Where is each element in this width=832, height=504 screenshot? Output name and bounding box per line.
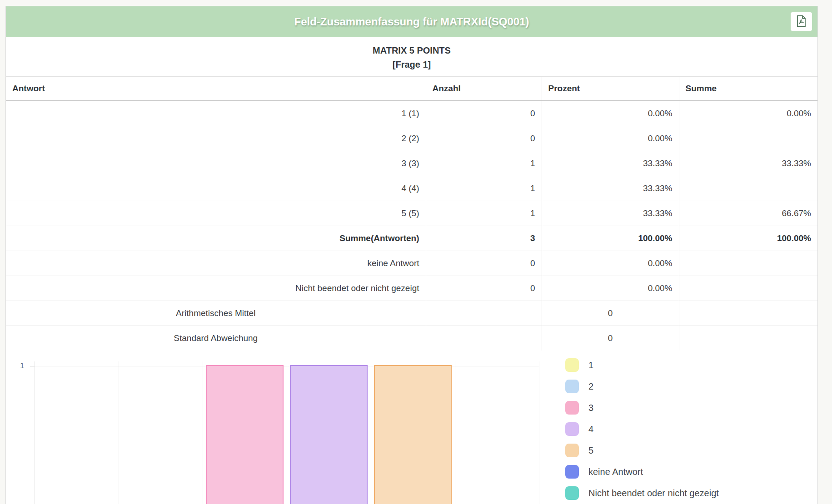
x-gridline bbox=[203, 361, 203, 504]
cell-prozent: 33.33% bbox=[542, 176, 679, 201]
answers-bar-chart: 1 12345keine AntwortNicht beendet oder n… bbox=[6, 351, 817, 504]
cell-anzahl: 1 bbox=[426, 176, 542, 201]
y-axis-tick-label: 1 bbox=[20, 361, 24, 371]
legend-swatch-icon bbox=[565, 486, 579, 500]
legend-swatch-icon bbox=[565, 380, 579, 393]
cell-prozent: 0.00% bbox=[542, 126, 679, 151]
legend-label: 3 bbox=[588, 403, 593, 413]
cell-prozent: 0.00% bbox=[542, 276, 679, 301]
legend-label: keine Antwort bbox=[588, 467, 643, 477]
table-row: Nicht beendet oder nicht gezeigt00.00% bbox=[6, 276, 817, 301]
x-gridline bbox=[539, 361, 539, 504]
cell-antwort: 2 (2) bbox=[6, 126, 426, 151]
cell-anzahl: 0 bbox=[426, 251, 542, 276]
cell-summe: 33.33% bbox=[679, 151, 817, 176]
x-gridline bbox=[119, 361, 119, 504]
cell-antwort: 4 (4) bbox=[6, 176, 426, 201]
panel-title: Feld-Zusammenfassung für MATRXId(SQ001) bbox=[6, 6, 817, 37]
table-row: 5 (5)133.33%66.67% bbox=[6, 201, 817, 226]
legend-item[interactable]: 4 bbox=[565, 422, 719, 436]
cell-antwort: Nicht beendet oder nicht gezeigt bbox=[6, 276, 426, 301]
x-gridline bbox=[371, 361, 371, 504]
x-gridline bbox=[455, 361, 455, 504]
table-row: Arithmetisches Mittel0 bbox=[6, 301, 817, 326]
legend-label: 1 bbox=[588, 360, 593, 371]
cell-anzahl: 0 bbox=[426, 126, 542, 151]
cell-anzahl: 1 bbox=[426, 151, 542, 176]
bar-category-5 bbox=[374, 365, 452, 504]
legend-item[interactable]: Nicht beendet oder nicht gezeigt bbox=[565, 486, 719, 500]
legend-item[interactable]: 1 bbox=[565, 358, 719, 372]
legend-swatch-icon bbox=[565, 422, 579, 436]
cell-prozent: 0 bbox=[542, 326, 679, 351]
file-pdf-icon bbox=[796, 15, 807, 29]
legend-swatch-icon bbox=[565, 465, 579, 479]
legend-label: 4 bbox=[588, 424, 593, 435]
bar-category-4 bbox=[290, 365, 368, 504]
cell-summe bbox=[679, 126, 817, 151]
table-row: Standard Abweichung0 bbox=[6, 326, 817, 351]
panel-header: Feld-Zusammenfassung für MATRXId(SQ001) bbox=[6, 6, 817, 37]
question-code: [Frage 1] bbox=[6, 58, 817, 72]
legend-swatch-icon bbox=[565, 358, 579, 372]
question-title: MATRIX 5 POINTS bbox=[6, 44, 817, 58]
cell-summe bbox=[679, 276, 817, 301]
column-header-summe: Summe bbox=[679, 77, 817, 101]
cell-summe: 66.67% bbox=[679, 201, 817, 226]
cell-anzahl: 0 bbox=[426, 276, 542, 301]
chart-legend: 12345keine AntwortNicht beendet oder nic… bbox=[565, 358, 719, 504]
cell-antwort: 3 (3) bbox=[6, 151, 426, 176]
legend-label: Nicht beendet oder nicht gezeigt bbox=[588, 488, 719, 499]
cell-anzahl bbox=[426, 301, 542, 326]
y-axis-tick-mark bbox=[30, 366, 35, 366]
cell-antwort: Standard Abweichung bbox=[6, 326, 426, 351]
table-row: keine Antwort00.00% bbox=[6, 251, 817, 276]
cell-prozent: 0 bbox=[542, 301, 679, 326]
legend-item[interactable]: 5 bbox=[565, 444, 719, 457]
cell-summe bbox=[679, 251, 817, 276]
cell-anzahl: 0 bbox=[426, 101, 542, 126]
field-summary-panel: Feld-Zusammenfassung für MATRXId(SQ001) … bbox=[5, 6, 818, 504]
cell-prozent: 100.00% bbox=[542, 226, 679, 251]
cell-summe bbox=[679, 176, 817, 201]
cell-anzahl bbox=[426, 326, 542, 351]
table-row: 1 (1)00.00%0.00% bbox=[6, 101, 817, 126]
table-row: 2 (2)00.00% bbox=[6, 126, 817, 151]
legend-swatch-icon bbox=[565, 401, 579, 415]
cell-summe: 0.00% bbox=[679, 101, 817, 126]
cell-antwort: keine Antwort bbox=[6, 251, 426, 276]
cell-summe: 100.00% bbox=[679, 226, 817, 251]
column-header-anzahl: Anzahl bbox=[426, 77, 542, 101]
cell-summe bbox=[679, 326, 817, 351]
cell-anzahl: 3 bbox=[426, 226, 542, 251]
legend-label: 5 bbox=[588, 445, 593, 456]
legend-item[interactable]: 3 bbox=[565, 401, 719, 415]
table-row: 4 (4)133.33% bbox=[6, 176, 817, 201]
legend-label: 2 bbox=[588, 381, 593, 392]
y-axis-line bbox=[35, 361, 35, 504]
cell-prozent: 0.00% bbox=[542, 101, 679, 126]
cell-antwort: Arithmetisches Mittel bbox=[6, 301, 426, 326]
column-header-prozent: Prozent bbox=[542, 77, 679, 101]
column-header-antwort: Antwort bbox=[6, 77, 426, 101]
export-pdf-button[interactable] bbox=[791, 12, 812, 31]
cell-prozent: 33.33% bbox=[542, 201, 679, 226]
bar-category-3 bbox=[206, 365, 284, 504]
legend-swatch-icon bbox=[565, 444, 579, 457]
table-row: Summe(Antworten)3100.00%100.00% bbox=[6, 226, 817, 251]
cell-antwort: Summe(Antworten) bbox=[6, 226, 426, 251]
legend-item[interactable]: keine Antwort bbox=[565, 465, 719, 479]
cell-prozent: 0.00% bbox=[542, 251, 679, 276]
cell-prozent: 33.33% bbox=[542, 151, 679, 176]
cell-anzahl: 1 bbox=[426, 201, 542, 226]
x-gridline bbox=[287, 361, 287, 504]
question-subtitle: MATRIX 5 POINTS [Frage 1] bbox=[6, 37, 817, 76]
statistics-table: Antwort Anzahl Prozent Summe 1 (1)00.00%… bbox=[6, 76, 817, 351]
table-header-row: Antwort Anzahl Prozent Summe bbox=[6, 77, 817, 101]
cell-antwort: 5 (5) bbox=[6, 201, 426, 226]
legend-item[interactable]: 2 bbox=[565, 380, 719, 393]
cell-summe bbox=[679, 301, 817, 326]
cell-antwort: 1 (1) bbox=[6, 101, 426, 126]
table-row: 3 (3)133.33%33.33% bbox=[6, 151, 817, 176]
